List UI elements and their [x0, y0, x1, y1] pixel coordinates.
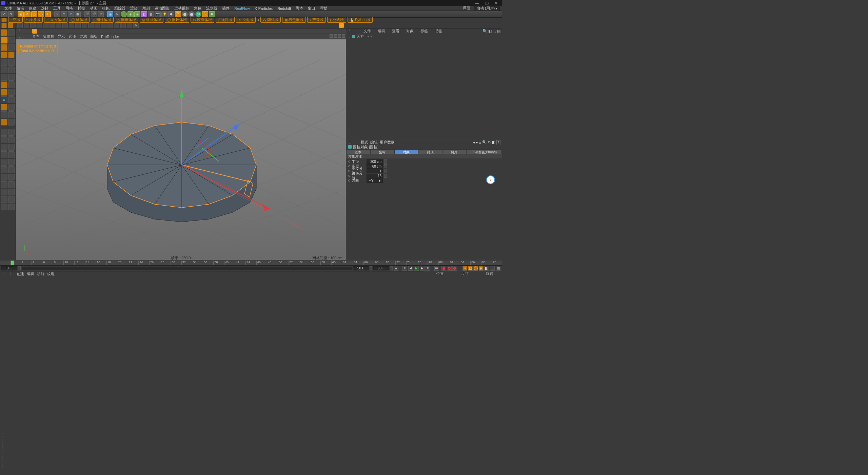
domain-torus[interactable]: ◎ 环状体域 — [140, 17, 163, 23]
extra-tool[interactable] — [8, 174, 15, 180]
extra-tool[interactable] — [1, 144, 7, 151]
object-tree-empty[interactable] — [346, 40, 502, 140]
vp-nav-icon[interactable] — [342, 34, 345, 38]
domain-spline[interactable]: ~ 样条域 — [24, 17, 43, 23]
effector-btn[interactable] — [88, 23, 94, 28]
vp-filter[interactable]: 过滤 — [79, 34, 87, 39]
menu-script[interactable]: 脚本 — [293, 6, 305, 11]
texture-mode[interactable] — [1, 44, 7, 51]
layout-select[interactable]: 启动 (用户) ▾ — [474, 5, 500, 11]
key-rot-button[interactable]: ◯ — [473, 266, 478, 271]
menu-redshift[interactable]: Redshift — [275, 6, 293, 11]
menu-mograph[interactable]: 运动图形 — [152, 6, 172, 11]
vp-nav-icon[interactable] — [330, 34, 333, 38]
domain-random[interactable]: ⁂ 随机域 — [260, 17, 281, 23]
scale-tool[interactable]: ◻ — [31, 11, 37, 17]
spinner[interactable] — [384, 174, 387, 178]
extra-tool[interactable] — [8, 159, 15, 166]
tool[interactable] — [8, 52, 15, 58]
extra-tool[interactable] — [1, 129, 7, 136]
psr-reset-button[interactable]: PSR0 — [175, 11, 181, 17]
domain-radial[interactable]: ✴ 径向域 — [236, 17, 256, 23]
menu-character[interactable]: 角色 — [192, 6, 204, 11]
og-button-1[interactable]: ⬤ — [182, 11, 188, 17]
maximize-button[interactable]: ▢ — [485, 1, 489, 5]
add-scene-button[interactable]: ⬢ — [168, 11, 174, 17]
edge-mode[interactable] — [1, 66, 7, 73]
goto-end-button[interactable]: ⏭ — [434, 266, 439, 271]
domain-linear[interactable]: ╱ 线性域 — [216, 17, 235, 23]
snap-toggle[interactable]: S — [1, 96, 7, 103]
nav-icon[interactable]: 🔍 — [482, 140, 487, 145]
autokey-button[interactable] — [447, 266, 452, 271]
add-generator-button[interactable]: ◉ — [127, 11, 134, 17]
domain-sphere[interactable]: ◯ 球体域 — [69, 17, 90, 23]
tab-userdata[interactable]: 用户数据 — [380, 140, 395, 145]
tool[interactable] — [8, 29, 15, 36]
tab-object[interactable]: 对象 — [394, 149, 418, 154]
misc-tool-1[interactable]: 🔧 — [202, 11, 208, 17]
loop2-button[interactable]: ⟳ — [426, 266, 430, 271]
record-button[interactable] — [441, 266, 446, 271]
goto-start-button[interactable]: ⏮ — [394, 266, 398, 271]
spinner[interactable] — [370, 266, 372, 270]
tool[interactable] — [8, 96, 15, 103]
domain-shader[interactable]: ▦ 着色器域 — [282, 17, 306, 23]
tool[interactable] — [8, 89, 15, 96]
domain-icon[interactable] — [1, 18, 7, 22]
tool[interactable] — [8, 119, 15, 126]
small-tool[interactable] — [8, 23, 13, 28]
add-cube-button[interactable]: ◼ — [107, 11, 113, 17]
rotseg-input[interactable] — [367, 174, 383, 178]
extra-tool[interactable] — [1, 189, 7, 195]
extra-tool[interactable] — [8, 166, 15, 173]
qr-button[interactable]: QR — [195, 11, 201, 17]
point-mode[interactable] — [1, 59, 7, 66]
heightseg-input[interactable] — [367, 169, 383, 173]
vp-nav-icon[interactable] — [338, 34, 341, 38]
extra-tool[interactable] — [8, 144, 15, 151]
menu-tools[interactable]: 工具 — [51, 6, 63, 11]
effector-btn[interactable] — [95, 23, 100, 28]
prev-frame-button[interactable]: ◀ — [408, 266, 413, 271]
key-param-button[interactable]: P — [479, 266, 484, 271]
menu-sculpt[interactable]: 雕刻 — [140, 6, 152, 11]
lock-toggle[interactable] — [1, 104, 7, 111]
effector-btn[interactable] — [120, 23, 126, 28]
menu-simulate[interactable]: 模拟 — [100, 6, 112, 11]
make-editable[interactable] — [1, 29, 7, 36]
extra-tool[interactable] — [8, 129, 15, 136]
z-axis-toggle[interactable]: Z — [68, 11, 74, 17]
coord-system[interactable]: ⊞ — [75, 11, 81, 17]
tool[interactable] — [8, 59, 15, 66]
effector-btn[interactable] — [75, 23, 81, 28]
spinner[interactable] — [384, 164, 387, 168]
object-row-cylinder[interactable]: ⌄ 圆柱 ▪ ✓ — [348, 34, 500, 39]
nav-icon[interactable]: ⟳ — [488, 140, 491, 145]
timeline[interactable]: 0246810121416182022242628303234363840424… — [0, 260, 502, 265]
domain-capsule[interactable]: ⬭ 胶囊体域 — [191, 17, 214, 23]
spinner[interactable] — [384, 159, 387, 164]
menu-mesh[interactable]: 网格 — [63, 6, 75, 11]
panel-icon[interactable]: ▤ — [497, 29, 500, 33]
redo-button[interactable]: ↷ — [8, 11, 14, 17]
effector-btn[interactable] — [24, 23, 29, 28]
domain-sound[interactable]: ♪ 声音域 — [307, 17, 326, 23]
vp-view[interactable]: 查看 — [32, 34, 40, 39]
effector-btn[interactable] — [107, 23, 113, 28]
tool[interactable] — [8, 111, 15, 118]
extra-tool[interactable] — [8, 204, 15, 210]
effector-btn[interactable]: fx — [133, 23, 139, 28]
spinner[interactable] — [384, 169, 387, 173]
extra-tool[interactable] — [1, 174, 7, 180]
extra-tool[interactable] — [1, 151, 7, 158]
render-region-button[interactable]: 🎬 — [91, 11, 97, 17]
select-tool[interactable]: ▣ — [18, 11, 24, 17]
object-tree[interactable]: ⌄ 圆柱 ▪ ✓ — [346, 33, 502, 40]
tab-caps[interactable]: 封顶 — [418, 149, 442, 154]
extra-tool[interactable] — [1, 159, 7, 166]
tab-edit[interactable]: 编辑 — [376, 28, 387, 34]
search-icon[interactable]: 🔍 — [482, 29, 487, 33]
effector-btn[interactable] — [101, 23, 106, 28]
menu-file[interactable]: 文件 — [2, 6, 14, 11]
